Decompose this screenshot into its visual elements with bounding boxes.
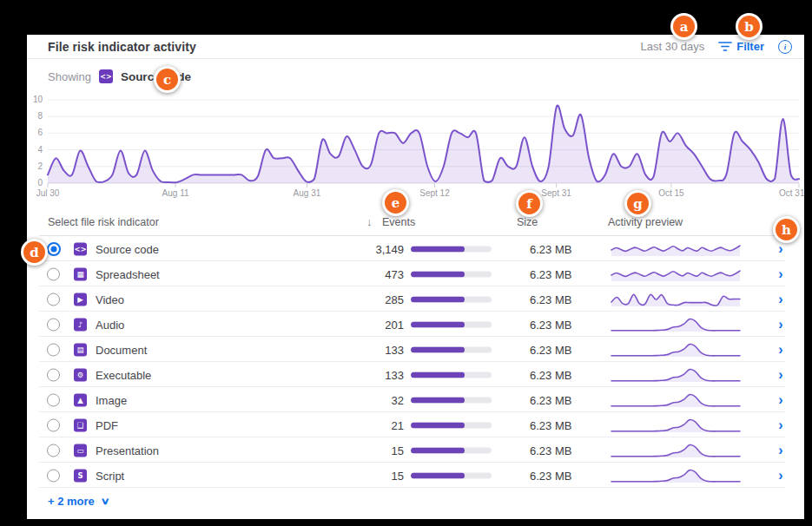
- filter-button[interactable]: Filter: [718, 40, 764, 53]
- spreadsheet-icon: ▦: [74, 267, 87, 280]
- row-events-count: 15: [340, 469, 404, 482]
- y-tick-label: 6: [27, 128, 43, 137]
- table-row: ♪Audio2016.23 MB›: [27, 312, 804, 337]
- pdf-icon: ❑: [74, 418, 87, 431]
- activity-sparkline: [611, 365, 741, 384]
- activity-sparkline: [611, 415, 741, 434]
- row-chevron-icon[interactable]: ›: [774, 243, 788, 255]
- annotation-badge-a: a: [670, 13, 697, 40]
- showing-label: Showing: [48, 70, 91, 83]
- events-bar-fill: [411, 447, 465, 453]
- select-indicator-header: Select file risk indicator: [48, 216, 159, 228]
- table-row: ❑PDF216.23 MB›: [27, 412, 804, 437]
- y-tick-label: 10: [27, 95, 43, 104]
- row-chevron-icon[interactable]: ›: [774, 293, 788, 306]
- row-events-count: 3,149: [340, 242, 404, 255]
- date-range-label: Last 30 days: [640, 40, 704, 53]
- events-bar-fill: [411, 271, 465, 277]
- row-events-count: 21: [340, 418, 404, 431]
- table-row: ▦Spreadsheet4736.23 MB›: [27, 261, 804, 286]
- row-size: 6.23 MB: [530, 469, 571, 482]
- row-events-count: 201: [340, 318, 404, 331]
- executable-icon: ⚙: [74, 368, 87, 381]
- events-bar-fill: [411, 397, 465, 403]
- row-radio[interactable]: [47, 318, 60, 331]
- events-bar: [411, 246, 492, 252]
- row-events-count: 473: [340, 267, 404, 280]
- row-events-count: 32: [340, 393, 404, 406]
- annotation-badge-c: c: [154, 66, 181, 93]
- annotation-badge-g: g: [624, 190, 651, 217]
- row-label: Script: [96, 469, 124, 482]
- row-chevron-icon[interactable]: ›: [774, 470, 788, 482]
- table-row: ▤Document1336.23 MB›: [27, 337, 804, 362]
- script-icon: S: [74, 469, 87, 482]
- table-header: Select file risk indicator ↓ Events Size…: [27, 216, 804, 228]
- events-bar-fill: [411, 321, 465, 327]
- row-label: Source code: [96, 242, 159, 255]
- file-risk-activity-panel: File risk indicator activity Last 30 day…: [27, 35, 804, 519]
- row-radio[interactable]: [47, 267, 60, 280]
- table-row: ▶Video2856.23 MB›: [27, 286, 804, 312]
- x-tick-label: Oct 31: [779, 188, 804, 198]
- x-tick-label: Aug 11: [162, 188, 189, 198]
- row-label: Presentation: [96, 444, 159, 457]
- row-size: 6.23 MB: [530, 267, 571, 280]
- row-radio[interactable]: [47, 293, 60, 306]
- activity-sparkline: [611, 339, 741, 358]
- activity-sparkline: [611, 289, 741, 308]
- row-chevron-icon[interactable]: ›: [774, 444, 788, 457]
- table-row: ⚙Executable1336.23 MB›: [27, 362, 804, 387]
- row-radio[interactable]: [47, 242, 61, 256]
- table-row: SScript156.23 MB›: [27, 463, 804, 488]
- row-radio[interactable]: [47, 444, 60, 457]
- annotation-badge-h: h: [773, 216, 800, 243]
- row-chevron-icon[interactable]: ›: [774, 268, 788, 280]
- x-tick-label: Sept 31: [541, 188, 571, 198]
- activity-sparkline: [611, 239, 741, 258]
- events-bar-fill: [411, 371, 465, 378]
- row-radio[interactable]: [47, 343, 60, 356]
- page-title: File risk indicator activity: [48, 40, 196, 54]
- indicator-rows: <>Source code3,1496.23 MB›▦Spreadsheet47…: [27, 236, 804, 488]
- row-radio[interactable]: [47, 418, 60, 431]
- row-radio[interactable]: [47, 469, 60, 482]
- source-code-icon: <>: [99, 69, 113, 83]
- activity-sparkline: [611, 314, 741, 333]
- y-tick-label: 4: [27, 145, 43, 155]
- row-size: 6.23 MB: [530, 393, 571, 406]
- video-icon: ▶: [74, 293, 87, 306]
- row-size: 6.23 MB: [530, 444, 571, 457]
- activity-sparkline: [611, 440, 741, 459]
- events-column-header: Events: [382, 216, 415, 228]
- events-bar-fill: [411, 296, 465, 302]
- document-icon: ▤: [74, 343, 87, 356]
- info-icon[interactable]: i: [778, 40, 792, 54]
- image-icon: ▲: [74, 393, 87, 406]
- row-size: 6.23 MB: [530, 368, 571, 381]
- activity-sparkline: [611, 264, 741, 283]
- row-label: PDF: [96, 418, 118, 431]
- row-events-count: 133: [340, 368, 404, 381]
- row-events-count: 15: [340, 444, 404, 457]
- table-row: ▭Presentation156.23 MB›: [27, 437, 804, 463]
- y-tick-label: 8: [27, 111, 43, 121]
- row-chevron-icon[interactable]: ›: [774, 344, 788, 356]
- show-more-link[interactable]: + 2 more ∨: [48, 495, 109, 508]
- row-label: Executable: [96, 368, 151, 381]
- header-controls: Last 30 days Filter i: [640, 40, 792, 54]
- annotation-badge-b: b: [736, 13, 762, 40]
- presentation-icon: ▭: [74, 444, 87, 457]
- sort-descending-icon[interactable]: ↓: [366, 216, 373, 228]
- events-bar: [411, 422, 492, 428]
- row-radio[interactable]: [47, 393, 60, 406]
- row-radio[interactable]: [47, 368, 60, 381]
- row-chevron-icon[interactable]: ›: [774, 369, 788, 381]
- row-chevron-icon[interactable]: ›: [774, 419, 788, 431]
- filter-label: Filter: [736, 40, 764, 53]
- row-chevron-icon[interactable]: ›: [774, 319, 788, 331]
- x-tick-label: Sept 12: [419, 188, 449, 198]
- filter-icon: [718, 41, 732, 52]
- row-chevron-icon[interactable]: ›: [774, 394, 788, 406]
- row-events-count: 133: [340, 343, 404, 356]
